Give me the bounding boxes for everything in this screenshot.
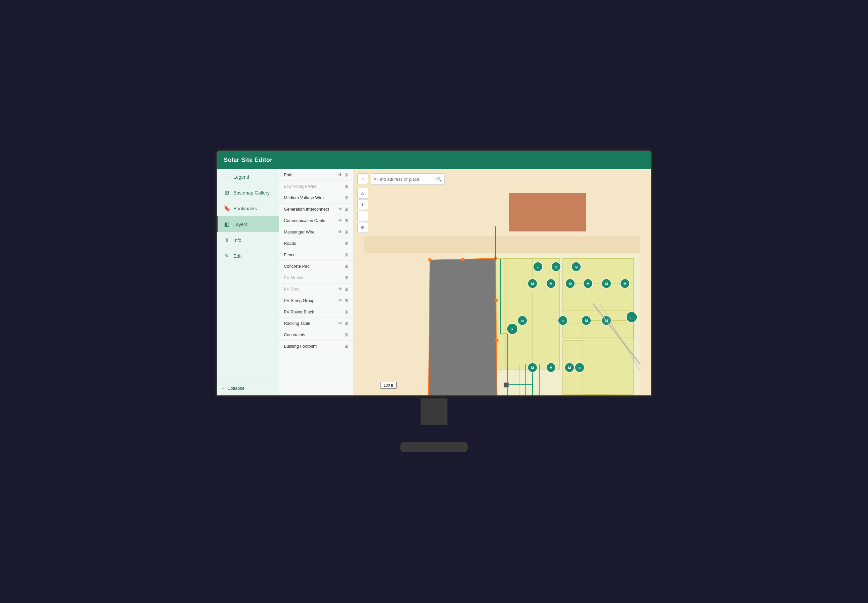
svg-point-9	[428, 258, 432, 262]
table-icon[interactable]: ⊞	[344, 332, 348, 337]
layer-name: Building Footprint	[284, 344, 344, 349]
table-icon[interactable]: ⊞	[344, 195, 348, 200]
visibility-icon[interactable]: 👁	[338, 286, 343, 292]
visibility-icon[interactable]: 👁	[338, 229, 343, 235]
table-icon[interactable]: ⊞	[344, 184, 348, 189]
legend-icon: ≡	[223, 174, 230, 180]
layer-controls: 👁⊞	[338, 321, 348, 326]
stand-neck	[420, 399, 448, 425]
layer-controls: 👁⊞	[338, 286, 348, 292]
table-icon[interactable]: ⊞	[344, 298, 348, 303]
svg-text:⦿: ⦿	[578, 366, 581, 370]
table-icon[interactable]: ⊞	[344, 252, 348, 257]
layer-controls: 👁⊞	[338, 298, 348, 303]
svg-text:M: M	[569, 282, 572, 286]
table-icon[interactable]: ⊞	[344, 207, 348, 212]
visibility-icon[interactable]: 👁	[338, 207, 343, 212]
map-area[interactable]: « ▾ 🔍 ⌂ + − ⊞	[353, 169, 651, 396]
layer-item: Concrete Pad ⊞	[279, 261, 353, 272]
scale-label: 100 ft	[384, 383, 393, 387]
table-icon[interactable]: ⊞	[344, 241, 348, 246]
layer-name: Concrete Pad	[284, 264, 344, 269]
layer-item: Generation Interconnect 👁⊞	[279, 204, 353, 215]
collapse-label: Collapse	[228, 386, 245, 391]
visibility-icon[interactable]: 👁	[338, 218, 343, 223]
layer-item: Roads ⊞	[279, 238, 353, 249]
svg-point-13	[495, 339, 499, 342]
layer-name: Fence	[284, 253, 344, 257]
layer-name: Communication Cable	[284, 218, 338, 223]
layer-name: Roads	[284, 241, 344, 246]
layer-item: PV Module ⊞	[279, 272, 353, 283]
table-icon[interactable]: ⊞	[344, 275, 348, 280]
stand-base	[400, 442, 468, 452]
main-content: ≡ Legend ⊞ Basemap Gallery 🔖 Bookmarks ◧…	[217, 169, 651, 396]
layer-name: Messenger Wire	[284, 230, 338, 235]
layer-name: Low Voltage Wire	[284, 184, 344, 189]
svg-text:⟵: ⟵	[629, 316, 634, 320]
basemap-toggle-button[interactable]: ⊞	[357, 222, 368, 233]
layer-controls: ⊞	[344, 252, 348, 257]
sidebar-label-bookmarks: Bookmarks	[234, 206, 257, 211]
basemap-icon: ⊞	[223, 189, 230, 196]
table-icon[interactable]: ⊞	[344, 344, 348, 349]
layer-item: Pole 👁⊞	[279, 169, 353, 181]
search-input[interactable]	[378, 177, 436, 182]
search-bar: ▾ 🔍	[371, 173, 445, 185]
scale-bar: 100 ft	[380, 382, 397, 389]
zoom-in-button[interactable]: +	[357, 199, 368, 210]
table-icon[interactable]: ⊞	[344, 286, 348, 292]
table-icon[interactable]: ⊞	[344, 218, 348, 223]
visibility-icon[interactable]: 👁	[338, 298, 343, 303]
layer-controls: ⊞	[344, 332, 348, 337]
bookmarks-icon: 🔖	[223, 205, 230, 212]
map-canvas[interactable]: M M M M M M M M	[353, 169, 651, 396]
visibility-icon[interactable]: 👁	[338, 172, 343, 177]
search-magnifier-icon[interactable]: 🔍	[436, 176, 442, 182]
svg-text:⦿: ⦿	[561, 320, 564, 323]
home-button[interactable]: ⌂	[357, 188, 368, 198]
edit-icon: ✎	[223, 253, 230, 259]
sidebar-item-layers[interactable]: ◧ Layers	[217, 216, 279, 232]
visibility-icon[interactable]: 👁	[338, 321, 343, 326]
sidebar-label-layers: Layers	[234, 222, 248, 227]
table-icon[interactable]: ⊞	[344, 229, 348, 235]
svg-rect-1	[364, 237, 640, 253]
layer-name: Medium Voltage Wire	[284, 195, 344, 200]
table-icon[interactable]: ⊞	[344, 309, 348, 314]
collapse-button[interactable]: « Collapse	[217, 380, 279, 396]
layer-item: PV Row 👁⊞	[279, 283, 353, 295]
collapse-arrow-icon: «	[223, 386, 225, 391]
layer-item: Low Voltage Wire ⊞	[279, 181, 353, 192]
layer-name: Racking Table	[284, 321, 338, 326]
svg-text:M: M	[584, 319, 587, 323]
sidebar-item-legend[interactable]: ≡ Legend	[217, 169, 279, 185]
layer-controls: 👁⊞	[338, 229, 348, 235]
layer-name: Pole	[284, 173, 338, 177]
sidebar-item-edit[interactable]: ✎ Edit	[217, 248, 279, 264]
layer-name: PV String Group	[284, 298, 338, 303]
app-title: Solar Site Editor	[224, 156, 273, 164]
sidebar-item-basemap[interactable]: ⊞ Basemap Gallery	[217, 185, 279, 201]
monitor-screen: Solar Site Editor ≡ Legend ⊞ Basemap Gal…	[217, 151, 651, 396]
svg-marker-8	[428, 258, 497, 396]
search-dropdown-icon[interactable]: ▾	[374, 177, 376, 182]
layer-item: Racking Table 👁⊞	[279, 318, 353, 329]
sidebar-item-bookmarks[interactable]: 🔖 Bookmarks	[217, 201, 279, 216]
layers-list: Pole 👁⊞ Low Voltage Wire ⊞ Medium Voltag…	[279, 169, 353, 396]
svg-text:M: M	[531, 366, 534, 370]
sidebar-label-info: Info	[234, 238, 241, 243]
svg-text:M: M	[549, 366, 552, 370]
table-icon[interactable]: ⊞	[344, 264, 348, 269]
svg-text:M: M	[623, 282, 626, 286]
layer-name: PV Row	[284, 287, 338, 292]
sidebar-label-basemap: Basemap Gallery	[234, 190, 270, 195]
table-icon[interactable]: ⊞	[344, 321, 348, 326]
sidebar-item-info[interactable]: ℹ Info	[217, 232, 279, 248]
table-icon[interactable]: ⊞	[344, 172, 348, 177]
layer-controls: ⊞	[344, 184, 348, 189]
svg-text:M: M	[586, 282, 589, 286]
svg-text:⦿: ⦿	[521, 320, 524, 323]
zoom-out-button[interactable]: −	[357, 210, 368, 221]
collapse-panel-button[interactable]: «	[357, 173, 368, 184]
